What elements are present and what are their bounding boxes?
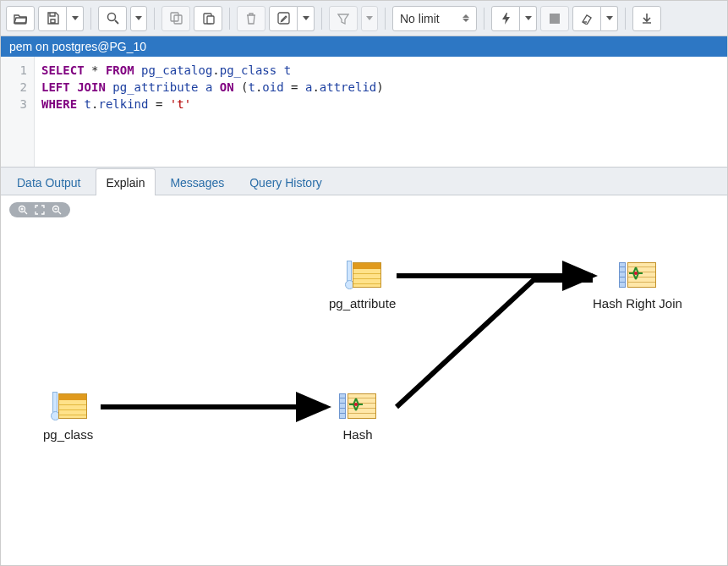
execute-dropdown[interactable] (520, 6, 537, 31)
stop-button[interactable] (540, 6, 569, 31)
svg-point-11 (634, 272, 638, 275)
zoom-controls (9, 202, 70, 217)
filter-button[interactable] (329, 6, 358, 31)
edit-button[interactable] (269, 6, 298, 31)
download-button[interactable] (632, 6, 661, 31)
zoom-in-icon[interactable] (18, 205, 28, 215)
tab-messages[interactable]: Messages (159, 168, 235, 195)
execute-button[interactable] (491, 6, 520, 31)
find-button[interactable] (98, 6, 127, 31)
svg-point-0 (107, 14, 115, 21)
row-limit-select[interactable]: No limit (392, 6, 477, 31)
line-number: 2 (1, 79, 27, 96)
svg-rect-4 (207, 16, 214, 24)
delete-button[interactable] (237, 6, 265, 31)
explain-panel: pg_attribute Hash Right Join pg_class Ha… (1, 195, 727, 564)
plan-node-label: Hash (339, 427, 376, 442)
tab-explain[interactable]: Explain (96, 168, 156, 195)
line-gutter: 1 2 3 (1, 57, 35, 167)
plan-node-label: pg_attribute (329, 296, 396, 310)
row-limit-label: No limit (400, 12, 440, 25)
edit-dropdown[interactable] (298, 6, 315, 31)
copy-button[interactable] (161, 6, 190, 31)
connection-titlebar: pem on postgres@PG_10 (1, 36, 727, 57)
filter-dropdown[interactable] (361, 6, 378, 31)
find-dropdown[interactable] (130, 6, 147, 31)
select-stepper-icon (463, 14, 469, 22)
connection-title: pem on postgres@PG_10 (9, 40, 146, 53)
clear-dropdown[interactable] (601, 6, 618, 31)
sql-code[interactable]: SELECT * FROM pg_catalog.pg_class t LEFT… (35, 57, 727, 167)
main-toolbar: No limit (1, 1, 727, 36)
sql-editor[interactable]: 1 2 3 SELECT * FROM pg_catalog.pg_class … (1, 57, 727, 167)
seq-scan-icon (344, 259, 381, 291)
plan-node-pg-class[interactable]: pg_class (43, 390, 93, 442)
svg-rect-6 (550, 14, 560, 24)
seq-scan-icon (50, 390, 87, 422)
plan-node-hash-right-join[interactable]: Hash Right Join (593, 259, 682, 310)
plan-node-pg-attribute[interactable]: pg_attribute (329, 259, 396, 310)
save-file-dropdown[interactable] (67, 6, 84, 31)
clear-button[interactable] (572, 6, 601, 31)
zoom-out-icon[interactable] (52, 205, 62, 215)
plan-node-label: Hash Right Join (593, 296, 682, 310)
save-file-button[interactable] (38, 6, 67, 31)
plan-node-hash[interactable]: Hash (339, 390, 376, 442)
tab-data-output[interactable]: Data Output (6, 168, 92, 195)
line-number: 1 (1, 62, 27, 79)
output-tabs: Data Output Explain Messages Query Histo… (1, 167, 727, 195)
hash-join-icon (619, 259, 656, 291)
zoom-fit-icon[interactable] (35, 205, 45, 215)
paste-button[interactable] (194, 6, 222, 31)
hash-icon (339, 390, 376, 422)
svg-point-12 (354, 403, 358, 406)
line-number: 3 (1, 96, 27, 113)
plan-arrows (1, 195, 727, 564)
plan-node-label: pg_class (43, 427, 93, 442)
open-file-button[interactable] (6, 6, 35, 31)
tab-query-history[interactable]: Query History (238, 168, 333, 195)
